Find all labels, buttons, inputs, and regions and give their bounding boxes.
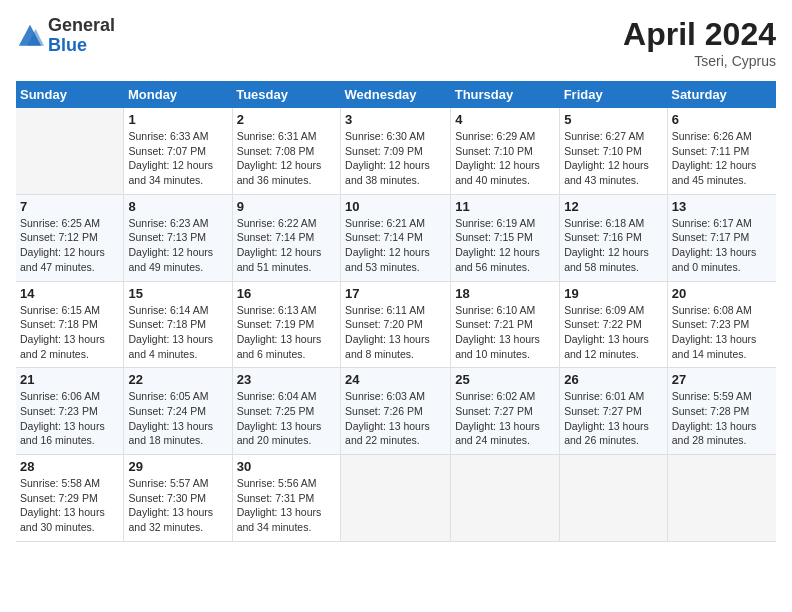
day-info: Sunrise: 6:10 AMSunset: 7:21 PMDaylight:…	[455, 303, 555, 362]
day-number: 11	[455, 199, 555, 214]
location-text: Tseri, Cyprus	[623, 53, 776, 69]
logo: General Blue	[16, 16, 115, 56]
day-info: Sunrise: 6:04 AMSunset: 7:25 PMDaylight:…	[237, 389, 336, 448]
day-number: 24	[345, 372, 446, 387]
day-info: Sunrise: 5:59 AMSunset: 7:28 PMDaylight:…	[672, 389, 772, 448]
calendar-cell: 30Sunrise: 5:56 AMSunset: 7:31 PMDayligh…	[232, 455, 340, 542]
calendar-cell: 25Sunrise: 6:02 AMSunset: 7:27 PMDayligh…	[451, 368, 560, 455]
calendar-cell: 21Sunrise: 6:06 AMSunset: 7:23 PMDayligh…	[16, 368, 124, 455]
header-day-wednesday: Wednesday	[341, 81, 451, 108]
week-row-4: 21Sunrise: 6:06 AMSunset: 7:23 PMDayligh…	[16, 368, 776, 455]
header-day-friday: Friday	[560, 81, 668, 108]
day-info: Sunrise: 6:14 AMSunset: 7:18 PMDaylight:…	[128, 303, 227, 362]
calendar-cell: 13Sunrise: 6:17 AMSunset: 7:17 PMDayligh…	[667, 194, 776, 281]
day-number: 27	[672, 372, 772, 387]
calendar-cell: 27Sunrise: 5:59 AMSunset: 7:28 PMDayligh…	[667, 368, 776, 455]
day-info: Sunrise: 6:23 AMSunset: 7:13 PMDaylight:…	[128, 216, 227, 275]
day-info: Sunrise: 6:17 AMSunset: 7:17 PMDaylight:…	[672, 216, 772, 275]
day-number: 18	[455, 286, 555, 301]
logo-text: General Blue	[48, 16, 115, 56]
day-number: 7	[20, 199, 119, 214]
day-info: Sunrise: 6:13 AMSunset: 7:19 PMDaylight:…	[237, 303, 336, 362]
day-number: 10	[345, 199, 446, 214]
day-info: Sunrise: 6:11 AMSunset: 7:20 PMDaylight:…	[345, 303, 446, 362]
day-info: Sunrise: 6:31 AMSunset: 7:08 PMDaylight:…	[237, 129, 336, 188]
calendar-cell: 23Sunrise: 6:04 AMSunset: 7:25 PMDayligh…	[232, 368, 340, 455]
day-number: 1	[128, 112, 227, 127]
day-info: Sunrise: 6:05 AMSunset: 7:24 PMDaylight:…	[128, 389, 227, 448]
day-number: 25	[455, 372, 555, 387]
day-number: 9	[237, 199, 336, 214]
calendar-cell	[560, 455, 668, 542]
header-day-sunday: Sunday	[16, 81, 124, 108]
calendar-cell: 26Sunrise: 6:01 AMSunset: 7:27 PMDayligh…	[560, 368, 668, 455]
day-number: 17	[345, 286, 446, 301]
calendar-cell: 28Sunrise: 5:58 AMSunset: 7:29 PMDayligh…	[16, 455, 124, 542]
day-info: Sunrise: 6:33 AMSunset: 7:07 PMDaylight:…	[128, 129, 227, 188]
calendar-cell: 29Sunrise: 5:57 AMSunset: 7:30 PMDayligh…	[124, 455, 232, 542]
day-number: 30	[237, 459, 336, 474]
day-number: 16	[237, 286, 336, 301]
day-number: 29	[128, 459, 227, 474]
day-number: 6	[672, 112, 772, 127]
day-info: Sunrise: 6:15 AMSunset: 7:18 PMDaylight:…	[20, 303, 119, 362]
day-info: Sunrise: 6:29 AMSunset: 7:10 PMDaylight:…	[455, 129, 555, 188]
calendar-cell: 8Sunrise: 6:23 AMSunset: 7:13 PMDaylight…	[124, 194, 232, 281]
header-day-saturday: Saturday	[667, 81, 776, 108]
day-info: Sunrise: 5:58 AMSunset: 7:29 PMDaylight:…	[20, 476, 119, 535]
calendar-cell	[16, 108, 124, 194]
calendar-cell: 10Sunrise: 6:21 AMSunset: 7:14 PMDayligh…	[341, 194, 451, 281]
week-row-2: 7Sunrise: 6:25 AMSunset: 7:12 PMDaylight…	[16, 194, 776, 281]
calendar-cell: 2Sunrise: 6:31 AMSunset: 7:08 PMDaylight…	[232, 108, 340, 194]
calendar-cell: 16Sunrise: 6:13 AMSunset: 7:19 PMDayligh…	[232, 281, 340, 368]
header-day-thursday: Thursday	[451, 81, 560, 108]
day-info: Sunrise: 5:56 AMSunset: 7:31 PMDaylight:…	[237, 476, 336, 535]
calendar-cell	[451, 455, 560, 542]
day-number: 26	[564, 372, 663, 387]
calendar-cell: 9Sunrise: 6:22 AMSunset: 7:14 PMDaylight…	[232, 194, 340, 281]
calendar-cell: 4Sunrise: 6:29 AMSunset: 7:10 PMDaylight…	[451, 108, 560, 194]
calendar-cell: 18Sunrise: 6:10 AMSunset: 7:21 PMDayligh…	[451, 281, 560, 368]
day-number: 22	[128, 372, 227, 387]
day-info: Sunrise: 6:25 AMSunset: 7:12 PMDaylight:…	[20, 216, 119, 275]
day-number: 20	[672, 286, 772, 301]
title-area: April 2024 Tseri, Cyprus	[623, 16, 776, 69]
calendar-cell: 22Sunrise: 6:05 AMSunset: 7:24 PMDayligh…	[124, 368, 232, 455]
calendar-cell	[667, 455, 776, 542]
header-day-monday: Monday	[124, 81, 232, 108]
calendar-table: SundayMondayTuesdayWednesdayThursdayFrid…	[16, 81, 776, 542]
week-row-3: 14Sunrise: 6:15 AMSunset: 7:18 PMDayligh…	[16, 281, 776, 368]
day-number: 5	[564, 112, 663, 127]
day-info: Sunrise: 6:18 AMSunset: 7:16 PMDaylight:…	[564, 216, 663, 275]
day-info: Sunrise: 6:06 AMSunset: 7:23 PMDaylight:…	[20, 389, 119, 448]
day-info: Sunrise: 5:57 AMSunset: 7:30 PMDaylight:…	[128, 476, 227, 535]
day-info: Sunrise: 6:01 AMSunset: 7:27 PMDaylight:…	[564, 389, 663, 448]
day-number: 3	[345, 112, 446, 127]
day-info: Sunrise: 6:30 AMSunset: 7:09 PMDaylight:…	[345, 129, 446, 188]
calendar-body: 1Sunrise: 6:33 AMSunset: 7:07 PMDaylight…	[16, 108, 776, 541]
header-day-tuesday: Tuesday	[232, 81, 340, 108]
calendar-cell: 6Sunrise: 6:26 AMSunset: 7:11 PMDaylight…	[667, 108, 776, 194]
day-info: Sunrise: 6:21 AMSunset: 7:14 PMDaylight:…	[345, 216, 446, 275]
logo-blue-text: Blue	[48, 35, 87, 55]
calendar-cell: 24Sunrise: 6:03 AMSunset: 7:26 PMDayligh…	[341, 368, 451, 455]
calendar-cell: 3Sunrise: 6:30 AMSunset: 7:09 PMDaylight…	[341, 108, 451, 194]
week-row-5: 28Sunrise: 5:58 AMSunset: 7:29 PMDayligh…	[16, 455, 776, 542]
day-info: Sunrise: 6:02 AMSunset: 7:27 PMDaylight:…	[455, 389, 555, 448]
day-number: 13	[672, 199, 772, 214]
calendar-cell	[341, 455, 451, 542]
month-title: April 2024	[623, 16, 776, 53]
calendar-cell: 1Sunrise: 6:33 AMSunset: 7:07 PMDaylight…	[124, 108, 232, 194]
day-info: Sunrise: 6:09 AMSunset: 7:22 PMDaylight:…	[564, 303, 663, 362]
calendar-cell: 17Sunrise: 6:11 AMSunset: 7:20 PMDayligh…	[341, 281, 451, 368]
header-row: SundayMondayTuesdayWednesdayThursdayFrid…	[16, 81, 776, 108]
calendar-cell: 19Sunrise: 6:09 AMSunset: 7:22 PMDayligh…	[560, 281, 668, 368]
day-number: 19	[564, 286, 663, 301]
logo-icon	[16, 22, 44, 50]
calendar-cell: 15Sunrise: 6:14 AMSunset: 7:18 PMDayligh…	[124, 281, 232, 368]
calendar-cell: 7Sunrise: 6:25 AMSunset: 7:12 PMDaylight…	[16, 194, 124, 281]
calendar-cell: 5Sunrise: 6:27 AMSunset: 7:10 PMDaylight…	[560, 108, 668, 194]
calendar-cell: 20Sunrise: 6:08 AMSunset: 7:23 PMDayligh…	[667, 281, 776, 368]
day-info: Sunrise: 6:08 AMSunset: 7:23 PMDaylight:…	[672, 303, 772, 362]
day-number: 14	[20, 286, 119, 301]
